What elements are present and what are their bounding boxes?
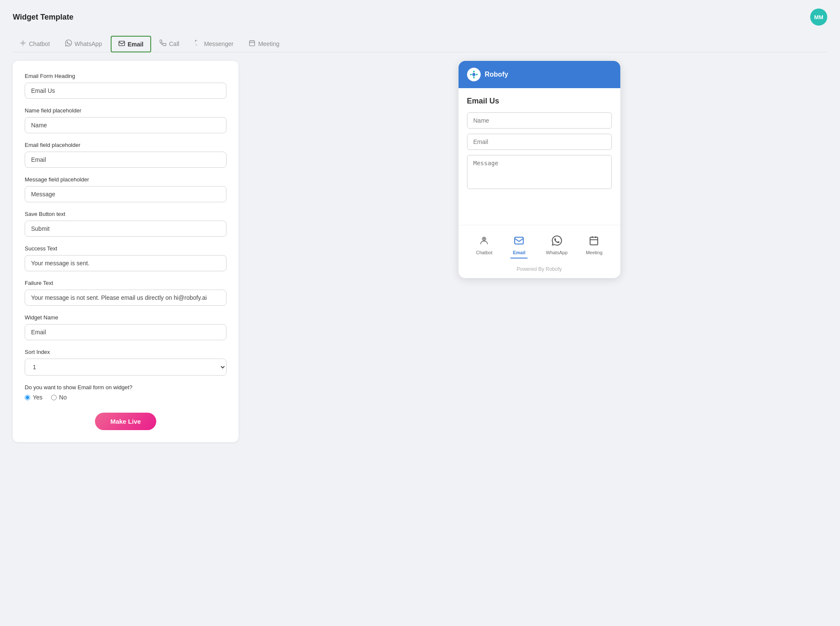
show-form-no-radio[interactable]	[51, 395, 57, 400]
widget-meeting-label: Meeting	[586, 250, 602, 255]
tab-call[interactable]: Call	[153, 36, 186, 52]
name-placeholder-group: Name field placeholder	[25, 107, 226, 133]
tab-chatbot-label: Chatbot	[29, 40, 50, 47]
widget-name-label: Widget Name	[25, 314, 226, 321]
widget-chatbot-icon	[479, 235, 489, 248]
svg-rect-2	[249, 41, 255, 46]
failure-text-group: Failure Text	[25, 280, 226, 306]
widget-whatsapp-icon	[552, 235, 562, 248]
email-active-indicator	[510, 258, 528, 258]
svg-rect-1	[119, 41, 124, 46]
widget-nav-chatbot[interactable]: Chatbot	[476, 235, 493, 258]
email-form-heading-label: Email Form Heading	[25, 73, 226, 79]
success-text-group: Success Text	[25, 245, 226, 271]
success-text-input[interactable]	[25, 255, 226, 271]
show-form-group: Do you want to show Email form on widget…	[25, 384, 226, 401]
message-placeholder-label: Message field placeholder	[25, 176, 226, 183]
tab-email-label: Email	[128, 41, 143, 48]
email-form-heading-group: Email Form Heading	[25, 73, 226, 99]
show-form-no-text: No	[59, 394, 67, 401]
tab-chatbot[interactable]: Chatbot	[13, 36, 57, 52]
widget-form-title: Email Us	[467, 97, 612, 106]
tab-bar: Chatbot WhatsApp Email Call Messenger Me…	[13, 36, 827, 52]
tab-email[interactable]: Email	[111, 36, 151, 52]
widget-meeting-icon	[589, 235, 599, 248]
email-placeholder-label: Email field placeholder	[25, 142, 226, 148]
widget-email-icon	[514, 235, 524, 248]
show-form-yes-label[interactable]: Yes	[25, 394, 43, 401]
svg-rect-10	[590, 237, 598, 245]
message-placeholder-group: Message field placeholder	[25, 176, 226, 202]
widget-email-label: Email	[513, 250, 525, 255]
show-form-label: Do you want to show Email form on widget…	[25, 384, 226, 391]
save-button-group: Save Button text	[25, 211, 226, 237]
widget-spacer	[459, 199, 620, 225]
svg-rect-9	[515, 237, 523, 244]
email-placeholder-input[interactable]	[25, 152, 226, 168]
tab-call-label: Call	[169, 40, 179, 47]
preview-panel: Robofy Email Us Chatbot	[251, 61, 827, 278]
widget-header: Robofy	[459, 61, 620, 88]
email-placeholder-group: Email field placeholder	[25, 142, 226, 168]
avatar: MM	[810, 9, 827, 26]
form-panel: Email Form Heading Name field placeholde…	[13, 61, 238, 442]
tab-whatsapp-label: WhatsApp	[75, 40, 102, 47]
save-button-input[interactable]	[25, 221, 226, 237]
widget-preview: Robofy Email Us Chatbot	[459, 61, 620, 278]
widget-name-group: Widget Name	[25, 314, 226, 340]
email-tab-icon	[118, 40, 125, 48]
name-placeholder-label: Name field placeholder	[25, 107, 226, 114]
messenger-icon	[195, 40, 201, 48]
show-form-yes-radio[interactable]	[25, 395, 30, 400]
meeting-icon	[249, 40, 255, 48]
main-content: Email Form Heading Name field placeholde…	[13, 61, 827, 442]
make-live-button[interactable]: Make Live	[95, 413, 156, 430]
widget-bottom: Chatbot Email WhatsApp	[459, 225, 620, 278]
widget-name-input[interactable]	[25, 324, 226, 340]
svg-point-0	[22, 42, 24, 44]
widget-name-field[interactable]	[467, 112, 612, 129]
widget-nav-meeting[interactable]: Meeting	[586, 235, 602, 258]
name-placeholder-input[interactable]	[25, 117, 226, 133]
tab-messenger-label: Messenger	[204, 40, 233, 47]
widget-brand: Robofy	[485, 71, 508, 78]
widget-chatbot-label: Chatbot	[476, 250, 493, 255]
chatbot-icon	[20, 40, 26, 48]
svg-point-8	[483, 238, 485, 240]
widget-nav: Chatbot Email WhatsApp	[467, 232, 612, 262]
widget-email-field[interactable]	[467, 134, 612, 150]
tab-meeting-label: Meeting	[258, 40, 279, 47]
sort-index-group: Sort Index 1 2 3	[25, 349, 226, 376]
powered-by: Powered By Robofy	[467, 262, 612, 278]
message-placeholder-input[interactable]	[25, 186, 226, 202]
widget-whatsapp-label: WhatsApp	[546, 250, 568, 255]
widget-nav-email[interactable]: Email	[510, 235, 528, 258]
tab-whatsapp[interactable]: WhatsApp	[58, 36, 109, 52]
show-form-yes-text: Yes	[33, 394, 43, 401]
tab-meeting[interactable]: Meeting	[242, 36, 286, 52]
sort-index-select[interactable]: 1 2 3	[25, 359, 226, 376]
sort-index-label: Sort Index	[25, 349, 226, 355]
widget-logo	[467, 68, 481, 81]
call-icon	[160, 40, 166, 48]
tab-messenger[interactable]: Messenger	[188, 36, 240, 52]
failure-text-label: Failure Text	[25, 280, 226, 286]
success-text-label: Success Text	[25, 245, 226, 252]
show-form-no-label[interactable]: No	[51, 394, 67, 401]
save-button-label: Save Button text	[25, 211, 226, 217]
email-form-heading-input[interactable]	[25, 83, 226, 99]
widget-nav-whatsapp[interactable]: WhatsApp	[546, 235, 568, 258]
whatsapp-icon	[65, 40, 72, 48]
svg-point-6	[472, 73, 475, 76]
page-title: Widget Template	[13, 13, 74, 22]
failure-text-input[interactable]	[25, 290, 226, 306]
widget-body: Email Us	[459, 88, 620, 199]
show-form-radio-group: Yes No	[25, 394, 226, 401]
widget-message-field[interactable]	[467, 155, 612, 189]
